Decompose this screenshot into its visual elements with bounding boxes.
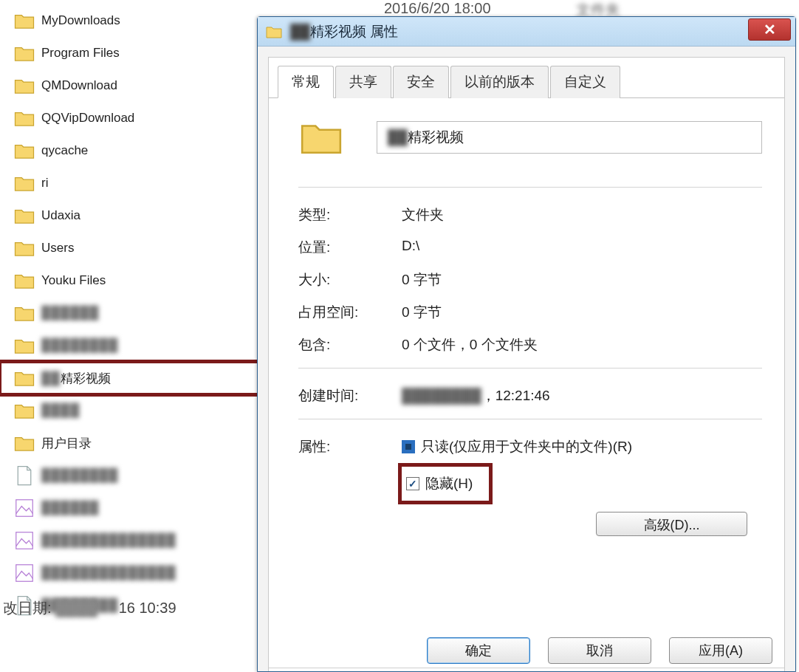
folder-list-label: ██精彩视频 <box>41 370 111 387</box>
folder-icon <box>13 302 35 324</box>
dialog-titlebar[interactable]: ██精彩视频 属性 ✕ <box>258 17 795 47</box>
size-label: 大小: <box>298 270 402 289</box>
tab-2[interactable]: 安全 <box>393 66 449 98</box>
folder-list-item[interactable]: MyDownloads <box>0 4 258 37</box>
folder-icon <box>13 107 35 129</box>
folder-icon <box>13 367 35 389</box>
folder-list-label: Udaxia <box>41 208 80 223</box>
folder-icon <box>13 140 35 162</box>
readonly-label: 只读(仅应用于文件夹中的文件)(R) <box>421 437 632 456</box>
folder-list-item[interactable]: ██精彩视频 <box>0 362 258 394</box>
created-value: ████████，12:21:46 <box>402 386 550 405</box>
tab-3[interactable]: 以前的版本 <box>450 66 549 98</box>
folder-list-label: QMDownload <box>41 78 117 93</box>
hidden-checkbox-highlight: 隐藏(H) <box>402 467 489 501</box>
image-icon <box>13 497 35 519</box>
status-bar: 改日期: ████ 16 10:39 <box>0 598 176 618</box>
type-label: 类型: <box>298 205 402 224</box>
folder-icon <box>13 432 35 454</box>
svg-rect-0 <box>16 500 33 517</box>
contains-value: 0 个文件，0 个文件夹 <box>402 335 538 354</box>
folder-icon <box>13 400 35 422</box>
background-date-hint: 2016/6/20 18:00 <box>384 0 491 17</box>
readonly-checkbox-row[interactable]: 只读(仅应用于文件夹中的文件)(R) <box>402 437 762 456</box>
readonly-checkbox[interactable] <box>402 440 415 453</box>
folder-list-item[interactable]: ██████████████ <box>0 524 258 557</box>
folder-list-item[interactable]: ri <box>0 167 258 199</box>
properties-dialog: ██精彩视频 属性 ✕ 常规共享安全以前的版本自定义 ██精彩视频 类型:文件夹… <box>257 16 796 672</box>
folder-list-item[interactable]: QQVipDownload <box>0 102 258 134</box>
folder-list-label: 用户目录 <box>41 435 92 452</box>
separator <box>269 668 784 668</box>
folder-name-input[interactable]: ██精彩视频 <box>377 121 762 154</box>
folder-icon <box>265 23 283 41</box>
type-value: 文件夹 <box>402 205 444 224</box>
folder-list-label: ██████ <box>41 501 99 515</box>
hidden-checkbox[interactable] <box>406 477 419 490</box>
folder-list-item[interactable]: qycache <box>0 134 258 167</box>
folder-list-label: ██████████████ <box>41 533 176 548</box>
apply-button[interactable]: 应用(A) <box>669 637 772 664</box>
created-label: 创建时间: <box>298 386 402 405</box>
folder-list-label: ████ <box>41 403 80 418</box>
disk-size-label: 占用空间: <box>298 303 402 322</box>
dialog-title: ██精彩视频 属性 <box>290 22 398 41</box>
folder-list-item[interactable]: Program Files <box>0 37 258 69</box>
folder-list-item[interactable]: Youku Files <box>0 264 258 297</box>
folder-list-label: ████████ <box>41 338 118 353</box>
folder-list-label: ████████ <box>41 468 118 483</box>
folder-icon <box>13 335 35 357</box>
advanced-button[interactable]: 高级(D)... <box>596 512 747 536</box>
folder-list-item[interactable]: Users <box>0 232 258 264</box>
dialog-inner: 常规共享安全以前的版本自定义 ██精彩视频 类型:文件夹 位置:D:\ 大小:0… <box>268 57 785 671</box>
folder-list-item[interactable]: ██████ <box>0 297 258 329</box>
status-blur: ████ <box>55 600 114 617</box>
ok-button[interactable]: 确定 <box>427 637 530 664</box>
folder-list-item[interactable]: ████████ <box>0 329 258 362</box>
status-prefix: 改日期: <box>3 600 52 616</box>
folder-list-item[interactable]: QMDownload <box>0 69 258 102</box>
separator <box>298 368 762 368</box>
folder-list-label: ri <box>41 176 48 191</box>
tab-0[interactable]: 常规 <box>278 66 334 98</box>
dialog-button-bar: 确定 取消 应用(A) <box>427 637 772 664</box>
svg-rect-1 <box>16 532 33 549</box>
svg-rect-2 <box>16 565 33 582</box>
location-value: D:\ <box>402 238 419 257</box>
folder-list-label: QQVipDownload <box>41 111 134 126</box>
folder-list-item[interactable]: ████████ <box>0 459 258 492</box>
folder-list-label: Youku Files <box>41 273 106 288</box>
folder-large-icon <box>298 114 344 160</box>
folder-icon <box>13 237 35 259</box>
location-label: 位置: <box>298 238 402 257</box>
hidden-label: 隐藏(H) <box>425 474 473 493</box>
folder-list-label: Users <box>41 241 74 256</box>
size-value: 0 字节 <box>402 270 442 289</box>
folder-list-item[interactable]: ██████████████ <box>0 557 258 589</box>
folder-list-label: ██████ <box>41 306 99 320</box>
folder-list-label: qycache <box>41 143 88 158</box>
folder-list-item[interactable]: ██████ <box>0 492 258 524</box>
folder-icon <box>13 270 35 292</box>
folder-icon <box>13 42 35 64</box>
separator <box>298 187 762 188</box>
cancel-button[interactable]: 取消 <box>548 637 651 664</box>
folder-list-item[interactable]: Udaxia <box>0 199 258 232</box>
folder-list-label: Program Files <box>41 46 120 61</box>
file-icon <box>13 464 35 487</box>
tab-1[interactable]: 共享 <box>335 66 391 98</box>
folder-list-item[interactable]: ████ <box>0 394 258 427</box>
folder-list-label: MyDownloads <box>41 13 120 28</box>
disk-size-value: 0 字节 <box>402 303 442 322</box>
folder-icon <box>13 10 35 32</box>
tab-bar: 常规共享安全以前的版本自定义 <box>269 65 784 98</box>
folder-list-item[interactable]: 用户目录 <box>0 427 258 459</box>
folder-icon <box>13 205 35 227</box>
tab-content-general: ██精彩视频 类型:文件夹 位置:D:\ 大小:0 字节 占用空间:0 字节 包… <box>269 98 784 501</box>
folder-icon <box>13 172 35 194</box>
close-button[interactable]: ✕ <box>748 18 791 41</box>
tab-4[interactable]: 自定义 <box>550 66 620 98</box>
contains-label: 包含: <box>298 335 402 354</box>
image-icon <box>13 562 35 584</box>
folder-list: MyDownloadsProgram FilesQMDownloadQQVipD… <box>0 0 258 622</box>
